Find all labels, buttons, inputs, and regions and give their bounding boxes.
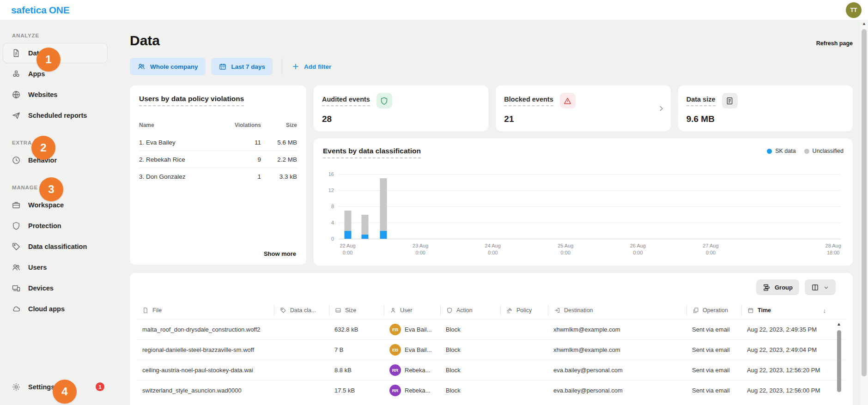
scroll-down-icon[interactable]: ▼ [837, 403, 841, 405]
chart-plot: 0481216 [339, 174, 841, 239]
col-time[interactable]: Time↓ [741, 305, 832, 316]
page-scrollbar-thumb[interactable] [862, 29, 867, 376]
data-size-card: Data size 9.6 MB [678, 85, 853, 131]
legend-unclassified: Unclassified [804, 148, 844, 154]
filter-bar: Whole company Last 7 days Add filter [130, 58, 853, 75]
paper-plane-icon [12, 111, 21, 120]
y-axis-label: 16 [328, 171, 334, 177]
scroll-up-icon[interactable]: ▲ [837, 321, 841, 327]
sidebar-item-data-classification[interactable]: Data classification [3, 236, 108, 257]
drive-icon [335, 307, 341, 314]
sidebar-item-scheduled-reports[interactable]: Scheduled reports [3, 105, 108, 126]
page-title: Data [130, 33, 160, 48]
shield-check-icon [376, 93, 392, 109]
user-cell: RRRebeka... [384, 364, 440, 376]
bar-22 Aug 6:00[interactable] [362, 215, 369, 239]
annotation-4: 4 [53, 380, 77, 404]
table-scrollbar[interactable]: ▲ ▼ [836, 321, 842, 405]
sidebar-item-cloud-apps[interactable]: Cloud apps [3, 299, 108, 319]
briefcase-icon [12, 200, 21, 210]
add-filter-label: Add filter [304, 63, 331, 70]
blocked-events-card: Blocked events 21 [496, 85, 670, 131]
events-table: File Data cla... Size User Action Policy… [137, 302, 846, 400]
col-data-classification[interactable]: Data cla... [274, 305, 329, 316]
x-axis-tick: 24 Aug0:00 [485, 242, 501, 256]
user-cell: EBEva Bail... [384, 344, 440, 356]
sidebar-item-users[interactable]: Users [3, 257, 108, 278]
audited-events-label: Audited events [322, 96, 370, 106]
chart-legend: SK data Unclassified [767, 148, 844, 154]
add-filter-button[interactable]: Add filter [291, 62, 331, 71]
plus-icon [291, 62, 300, 71]
events-table-body: malta_roof_don-drysdale_construction.wof… [137, 319, 846, 400]
col-file[interactable]: File [137, 305, 274, 316]
show-more-button[interactable]: Show more [139, 248, 297, 258]
gridline [339, 174, 841, 175]
main-content: Data Refresh page Whole company Last 7 d… [130, 20, 853, 405]
y-axis-label: 0 [331, 236, 334, 242]
users-icon [137, 62, 146, 71]
col-action[interactable]: Action [440, 305, 500, 316]
chevron-right-icon[interactable] [657, 104, 665, 113]
gridline [339, 223, 841, 223]
data-size-value: 9.6 MB [686, 114, 844, 124]
table-row[interactable]: ceiling-austria-noel-paul-stookey-data.w… [137, 360, 846, 380]
violations-row[interactable]: 1. Eva Bailey 11 5.6 MB [139, 133, 297, 151]
col-destination[interactable]: Destination [548, 305, 686, 316]
annotation-1: 1 [36, 48, 61, 72]
user-cell: RRRebeka... [384, 385, 440, 396]
person-icon [390, 307, 396, 314]
scroll-up-icon[interactable]: ▲ [860, 20, 868, 27]
table-row[interactable]: malta_roof_don-drysdale_construction.wof… [137, 319, 846, 339]
logo-word: safetica [11, 5, 47, 15]
col-name: Name [139, 122, 226, 128]
shield-icon [446, 307, 453, 314]
logo-suffix: ONE [49, 5, 70, 15]
table-row[interactable]: switzerland_style_asuncion.wad000017.5 k… [137, 380, 846, 400]
sidebar-item-protection[interactable]: Protection [3, 216, 108, 236]
chart-title: Events by data classification [323, 147, 421, 158]
col-violations: Violations [226, 122, 261, 128]
violations-row[interactable]: 3. Don Gonzalez 1 3.3 kB [139, 168, 297, 185]
table-scrollbar-thumb[interactable] [837, 330, 841, 392]
events-table-card: Group File Data cla... Size User Action … [130, 273, 853, 405]
page-scrollbar[interactable]: ▲ [860, 20, 868, 405]
group-button[interactable]: Group [756, 279, 799, 295]
user-avatar[interactable]: TT [846, 2, 862, 18]
y-axis-label: 12 [328, 187, 334, 193]
blocked-events-label: Blocked events [504, 96, 553, 106]
date-range-chip[interactable]: Last 7 days [211, 58, 273, 75]
col-user[interactable]: User [384, 305, 440, 316]
table-row[interactable]: regional-danielle-steel-brazzaville-sm.w… [137, 339, 846, 360]
violations-table: Name Violations Size 1. Eva Bailey 11 5.… [139, 116, 297, 248]
violations-row[interactable]: 2. Rebekah Rice 9 2.2 MB [139, 151, 297, 168]
avatar: EB [389, 344, 401, 356]
avatar: RR [389, 385, 401, 396]
x-axis-tick: 25 Aug0:00 [558, 242, 573, 256]
filter-divider [282, 59, 282, 74]
gavel-icon [506, 307, 513, 314]
col-size[interactable]: Size [329, 305, 384, 316]
col-policy[interactable]: Policy [500, 305, 548, 316]
data-size-label: Data size [686, 96, 716, 106]
sidebar-item-devices[interactable]: Devices [3, 278, 108, 298]
section-manage: MANAGE [3, 185, 127, 190]
file-icon [142, 307, 149, 314]
chart-x-axis: 22 Aug0:0023 Aug0:0024 Aug0:0025 Aug0:00… [339, 242, 841, 257]
group-label: Group [775, 284, 793, 291]
sidebar-item-label: Cloud apps [28, 305, 65, 313]
copy-icon [692, 307, 699, 314]
bar-22 Aug 0:00[interactable] [344, 211, 351, 239]
audited-events-value: 28 [322, 114, 480, 124]
sidebar-item-behavior[interactable]: Behavior [3, 150, 108, 170]
sort-desc-icon[interactable]: ↓ [823, 307, 826, 314]
section-analyze: ANALYZE [3, 33, 127, 38]
warning-icon [560, 93, 576, 109]
bar-22 Aug 12:00[interactable] [380, 178, 387, 239]
refresh-page-button[interactable]: Refresh page [816, 40, 853, 47]
sidebar-item-websites[interactable]: Websites [3, 85, 108, 105]
y-axis-label: 4 [331, 220, 334, 225]
whole-company-chip[interactable]: Whole company [130, 58, 206, 75]
col-operation[interactable]: Operation [686, 305, 741, 316]
columns-button[interactable] [805, 279, 836, 295]
